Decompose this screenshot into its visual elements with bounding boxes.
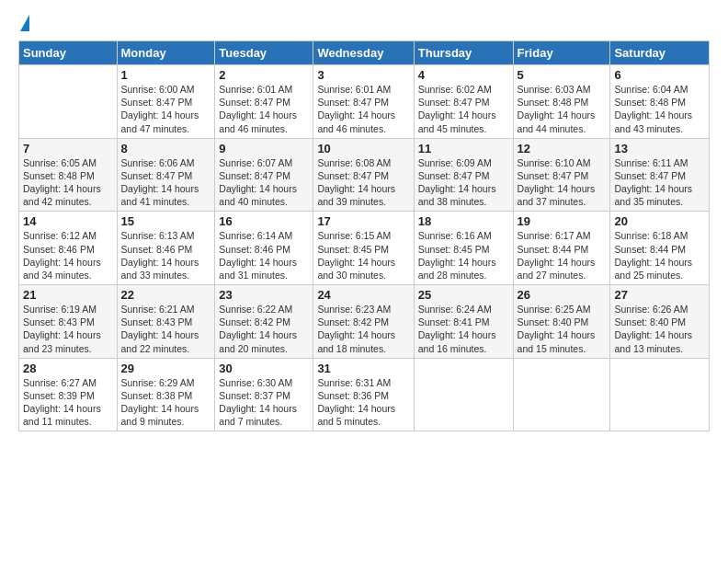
calendar-week-row: 14Sunrise: 6:12 AM Sunset: 8:46 PM Dayli… <box>19 212 710 285</box>
calendar-cell: 31Sunrise: 6:31 AM Sunset: 8:36 PM Dayli… <box>313 358 414 431</box>
calendar-header-row: SundayMondayTuesdayWednesdayThursdayFrid… <box>19 41 710 65</box>
day-info: Sunrise: 6:24 AM Sunset: 8:41 PM Dayligh… <box>418 303 509 355</box>
calendar-cell: 2Sunrise: 6:01 AM Sunset: 8:47 PM Daylig… <box>215 65 313 139</box>
day-number: 12 <box>518 142 607 155</box>
calendar-cell: 11Sunrise: 6:09 AM Sunset: 8:47 PM Dayli… <box>414 138 513 212</box>
calendar-cell: 7Sunrise: 6:05 AM Sunset: 8:48 PM Daylig… <box>19 138 118 212</box>
day-number: 3 <box>317 68 409 82</box>
calendar-cell: 3Sunrise: 6:01 AM Sunset: 8:47 PM Daylig… <box>313 65 414 139</box>
day-info: Sunrise: 6:02 AM Sunset: 8:47 PM Dayligh… <box>418 83 509 135</box>
day-number: 23 <box>219 288 309 302</box>
day-info: Sunrise: 6:26 AM Sunset: 8:40 PM Dayligh… <box>614 303 705 355</box>
day-number: 10 <box>317 142 409 155</box>
calendar-cell: 12Sunrise: 6:10 AM Sunset: 8:47 PM Dayli… <box>513 138 610 212</box>
calendar-week-row: 1Sunrise: 6:00 AM Sunset: 8:47 PM Daylig… <box>19 65 710 139</box>
calendar-cell: 17Sunrise: 6:15 AM Sunset: 8:45 PM Dayli… <box>313 212 414 285</box>
day-info: Sunrise: 6:01 AM Sunset: 8:47 PM Dayligh… <box>219 83 309 135</box>
day-number: 8 <box>121 142 211 155</box>
day-number: 31 <box>317 362 409 375</box>
header <box>18 15 710 31</box>
weekday-header-friday: Friday <box>513 41 610 65</box>
calendar-cell: 6Sunrise: 6:04 AM Sunset: 8:48 PM Daylig… <box>610 65 710 139</box>
day-info: Sunrise: 6:31 AM Sunset: 8:36 PM Dayligh… <box>317 376 409 429</box>
day-info: Sunrise: 6:05 AM Sunset: 8:48 PM Dayligh… <box>23 156 113 209</box>
day-info: Sunrise: 6:17 AM Sunset: 8:44 PM Dayligh… <box>518 229 607 282</box>
calendar-cell: 28Sunrise: 6:27 AM Sunset: 8:39 PM Dayli… <box>19 358 118 431</box>
day-number: 17 <box>317 214 409 228</box>
calendar-cell: 10Sunrise: 6:08 AM Sunset: 8:47 PM Dayli… <box>313 138 414 212</box>
calendar-cell: 23Sunrise: 6:22 AM Sunset: 8:42 PM Dayli… <box>215 285 313 359</box>
calendar-table: SundayMondayTuesdayWednesdayThursdayFrid… <box>18 40 710 431</box>
day-number: 29 <box>121 362 211 375</box>
day-number: 20 <box>614 214 705 228</box>
day-info: Sunrise: 6:07 AM Sunset: 8:47 PM Dayligh… <box>219 156 309 209</box>
calendar-week-row: 21Sunrise: 6:19 AM Sunset: 8:43 PM Dayli… <box>19 285 710 359</box>
weekday-header-sunday: Sunday <box>19 41 118 65</box>
calendar-cell: 29Sunrise: 6:29 AM Sunset: 8:38 PM Dayli… <box>117 358 215 431</box>
weekday-header-thursday: Thursday <box>414 41 513 65</box>
page: SundayMondayTuesdayWednesdayThursdayFrid… <box>0 0 728 563</box>
day-info: Sunrise: 6:30 AM Sunset: 8:37 PM Dayligh… <box>219 376 309 429</box>
calendar-cell: 19Sunrise: 6:17 AM Sunset: 8:44 PM Dayli… <box>513 212 610 285</box>
day-info: Sunrise: 6:12 AM Sunset: 8:46 PM Dayligh… <box>23 229 113 282</box>
day-number: 5 <box>518 68 607 82</box>
calendar-cell: 9Sunrise: 6:07 AM Sunset: 8:47 PM Daylig… <box>215 138 313 212</box>
calendar-cell: 26Sunrise: 6:25 AM Sunset: 8:40 PM Dayli… <box>513 285 610 359</box>
day-number: 16 <box>219 214 309 228</box>
calendar-cell: 15Sunrise: 6:13 AM Sunset: 8:46 PM Dayli… <box>117 212 215 285</box>
day-info: Sunrise: 6:27 AM Sunset: 8:39 PM Dayligh… <box>23 376 113 429</box>
calendar-cell: 22Sunrise: 6:21 AM Sunset: 8:43 PM Dayli… <box>117 285 215 359</box>
calendar-cell: 1Sunrise: 6:00 AM Sunset: 8:47 PM Daylig… <box>117 65 215 139</box>
day-info: Sunrise: 6:11 AM Sunset: 8:47 PM Dayligh… <box>614 156 705 209</box>
calendar-cell: 5Sunrise: 6:03 AM Sunset: 8:48 PM Daylig… <box>513 65 610 139</box>
day-info: Sunrise: 6:15 AM Sunset: 8:45 PM Dayligh… <box>317 229 409 282</box>
calendar-cell: 25Sunrise: 6:24 AM Sunset: 8:41 PM Dayli… <box>414 285 513 359</box>
weekday-header-monday: Monday <box>117 41 215 65</box>
day-info: Sunrise: 6:08 AM Sunset: 8:47 PM Dayligh… <box>317 156 409 209</box>
calendar-week-row: 28Sunrise: 6:27 AM Sunset: 8:39 PM Dayli… <box>19 358 710 431</box>
day-number: 19 <box>518 214 607 228</box>
day-number: 9 <box>219 142 309 155</box>
calendar-cell <box>414 358 513 431</box>
day-info: Sunrise: 6:04 AM Sunset: 8:48 PM Dayligh… <box>614 83 705 135</box>
day-info: Sunrise: 6:03 AM Sunset: 8:48 PM Dayligh… <box>518 83 607 135</box>
day-number: 22 <box>121 288 211 302</box>
day-number: 15 <box>121 214 211 228</box>
day-info: Sunrise: 6:25 AM Sunset: 8:40 PM Dayligh… <box>518 303 607 355</box>
day-number: 2 <box>219 68 309 82</box>
day-info: Sunrise: 6:18 AM Sunset: 8:44 PM Dayligh… <box>614 229 705 282</box>
calendar-week-row: 7Sunrise: 6:05 AM Sunset: 8:48 PM Daylig… <box>19 138 710 212</box>
day-info: Sunrise: 6:09 AM Sunset: 8:47 PM Dayligh… <box>418 156 509 209</box>
day-info: Sunrise: 6:00 AM Sunset: 8:47 PM Dayligh… <box>121 83 211 135</box>
calendar-cell <box>610 358 710 431</box>
day-info: Sunrise: 6:22 AM Sunset: 8:42 PM Dayligh… <box>219 303 309 355</box>
day-number: 28 <box>23 362 113 375</box>
day-info: Sunrise: 6:13 AM Sunset: 8:46 PM Dayligh… <box>121 229 211 282</box>
day-number: 24 <box>317 288 409 302</box>
calendar-cell: 4Sunrise: 6:02 AM Sunset: 8:47 PM Daylig… <box>414 65 513 139</box>
calendar-cell: 14Sunrise: 6:12 AM Sunset: 8:46 PM Dayli… <box>19 212 118 285</box>
calendar-cell: 27Sunrise: 6:26 AM Sunset: 8:40 PM Dayli… <box>610 285 710 359</box>
day-number: 6 <box>614 68 705 82</box>
logo-triangle-icon <box>20 15 29 31</box>
calendar-cell: 24Sunrise: 6:23 AM Sunset: 8:42 PM Dayli… <box>313 285 414 359</box>
day-info: Sunrise: 6:16 AM Sunset: 8:45 PM Dayligh… <box>418 229 509 282</box>
day-info: Sunrise: 6:14 AM Sunset: 8:46 PM Dayligh… <box>219 229 309 282</box>
day-info: Sunrise: 6:19 AM Sunset: 8:43 PM Dayligh… <box>23 303 113 355</box>
calendar-cell: 20Sunrise: 6:18 AM Sunset: 8:44 PM Dayli… <box>610 212 710 285</box>
day-number: 25 <box>418 288 509 302</box>
day-number: 30 <box>219 362 309 375</box>
logo <box>18 15 29 31</box>
day-info: Sunrise: 6:06 AM Sunset: 8:47 PM Dayligh… <box>121 156 211 209</box>
calendar-cell <box>19 65 118 139</box>
day-info: Sunrise: 6:21 AM Sunset: 8:43 PM Dayligh… <box>121 303 211 355</box>
weekday-header-wednesday: Wednesday <box>313 41 414 65</box>
day-info: Sunrise: 6:10 AM Sunset: 8:47 PM Dayligh… <box>518 156 607 209</box>
calendar-cell: 8Sunrise: 6:06 AM Sunset: 8:47 PM Daylig… <box>117 138 215 212</box>
day-number: 18 <box>418 214 509 228</box>
calendar-cell: 18Sunrise: 6:16 AM Sunset: 8:45 PM Dayli… <box>414 212 513 285</box>
day-number: 13 <box>614 142 705 155</box>
day-info: Sunrise: 6:23 AM Sunset: 8:42 PM Dayligh… <box>317 303 409 355</box>
day-number: 1 <box>121 68 211 82</box>
day-number: 11 <box>418 142 509 155</box>
